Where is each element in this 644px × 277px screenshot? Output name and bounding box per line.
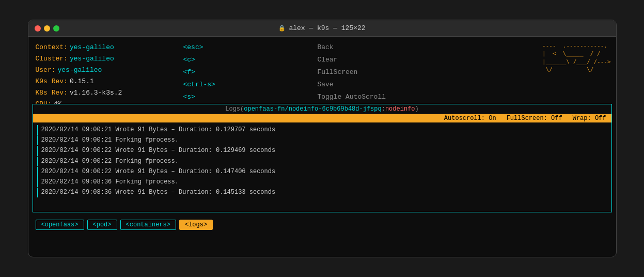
shortcut-key: <s>: [183, 91, 311, 103]
cluster-row: Cluster: yes-galileo: [36, 53, 166, 65]
shortcut-key: <c>: [183, 54, 311, 66]
top-section: Context: yes-galileo Cluster: yes-galile…: [28, 37, 616, 104]
title-label: alex — k9s — 125×22: [289, 24, 365, 32]
tab-containers[interactable]: <containers>: [120, 220, 176, 230]
lock-icon: 🔒: [278, 25, 286, 32]
logs-title-node: nodeinfo: [385, 105, 415, 113]
log-line: 2020/02/14 09:00:21 Wrote 91 Bytes – Dur…: [37, 125, 607, 135]
main-content: Context: yes-galileo Cluster: yes-galile…: [28, 37, 616, 257]
logs-title-path: openfaas-fn/nodeinfo-6c9b69b48d-jfspq: [244, 105, 381, 113]
context-row: Context: yes-galileo: [36, 42, 166, 53]
k9s-rev-value: 0.15.1: [70, 76, 94, 87]
context-value: yes-galileo: [70, 42, 114, 53]
tab-pod[interactable]: <pod>: [87, 220, 117, 230]
cluster-value: yes-galileo: [70, 53, 114, 65]
close-button[interactable]: [35, 25, 41, 32]
tabs-bar: <openfaas><pod><containers><logs>: [28, 217, 616, 235]
logs-title-colon: :: [382, 105, 385, 113]
shortcut-desc: Back: [317, 42, 481, 53]
log-line: 2020/02/14 09:08:36 Wrote 91 Bytes – Dur…: [37, 188, 607, 197]
terminal-window: 🔒 alex — k9s — 125×22 Context: yes-galil…: [28, 20, 617, 257]
minimize-button[interactable]: [44, 25, 50, 32]
log-line: 2020/02/14 09:00:22 Wrote 91 Bytes – Dur…: [37, 146, 607, 156]
k9s-logo: ---- .-----------. | < \_____ / / |_____…: [542, 42, 610, 74]
log-line: 2020/02/14 09:00:22 Wrote 91 Bytes – Dur…: [37, 167, 607, 177]
shortcut-desc: FullScreen: [317, 67, 481, 78]
log-line: 2020/02/14 09:00:22 Forking fprocess.: [37, 157, 607, 166]
maximize-button[interactable]: [53, 25, 59, 32]
cluster-label: Cluster:: [36, 53, 68, 65]
titlebar: 🔒 alex — k9s — 125×22: [28, 20, 616, 37]
user-label: User:: [36, 65, 56, 76]
wrap-status: Wrap: Off: [573, 115, 606, 122]
shortcut-desc: Save: [317, 79, 481, 90]
context-label: Context:: [36, 42, 68, 53]
logs-body[interactable]: 2020/02/14 09:00:21 Wrote 91 Bytes – Dur…: [33, 122, 611, 212]
logs-title-suffix: ): [415, 105, 419, 113]
traffic-lights: [35, 25, 59, 32]
k9s-rev-label: K9s Rev:: [36, 76, 68, 87]
fullscreen-status: FullScreen: Off: [507, 115, 562, 122]
k9s-rev-row: K9s Rev: 0.15.1: [36, 76, 166, 87]
k8s-rev-row: K8s Rev: v1.16.3-k3s.2: [36, 87, 166, 99]
shortcut-desc: Toggle AutoScroll: [317, 91, 481, 103]
tab-logs[interactable]: <logs>: [179, 220, 213, 230]
user-row: User: yes-galileo: [36, 65, 166, 76]
shortcut-key: <f>: [183, 67, 311, 78]
log-line: 2020/02/14 09:00:21 Forking fprocess.: [37, 135, 607, 145]
shortcuts-panel: <esc>Back<c>Clear<f>FullScreen<ctrl-s>Sa…: [173, 37, 492, 104]
logs-title-bar: Logs(openfaas-fn/nodeinfo-6c9b69b48d-jfs…: [33, 104, 611, 114]
k8s-rev-label: K8s Rev:: [36, 87, 68, 99]
logs-status-bar: Autoscroll: On FullScreen: Off Wrap: Off: [33, 114, 611, 122]
k8s-rev-value: v1.16.3-k3s.2: [70, 87, 122, 99]
shortcut-desc: Clear: [317, 54, 481, 66]
logs-section: Logs(openfaas-fn/nodeinfo-6c9b69b48d-jfs…: [33, 104, 612, 212]
tab-openfaas[interactable]: <openfaas>: [36, 220, 84, 230]
shortcut-key: <ctrl-s>: [183, 79, 311, 90]
autoscroll-status: Autoscroll: On: [444, 115, 496, 122]
system-info-panel: Context: yes-galileo Cluster: yes-galile…: [28, 37, 173, 104]
log-line: 2020/02/14 09:08:36 Forking fprocess.: [37, 177, 607, 187]
user-value: yes-galileo: [58, 65, 102, 76]
shortcut-key: <esc>: [183, 42, 311, 53]
window-title: 🔒 alex — k9s — 125×22: [278, 24, 365, 32]
logo-panel: ---- .-----------. | < \_____ / / |_____…: [492, 37, 616, 104]
logs-title-prefix: Logs(: [225, 105, 244, 113]
